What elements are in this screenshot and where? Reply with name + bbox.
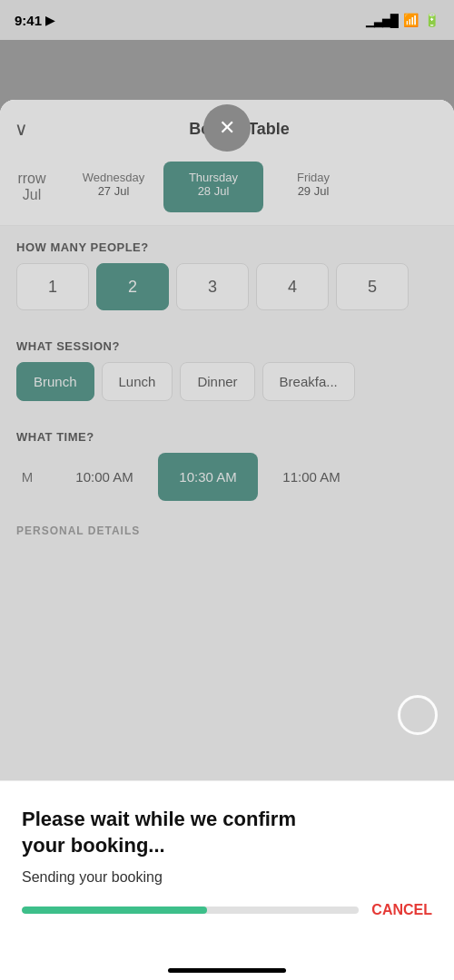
- home-indicator: [168, 968, 286, 973]
- loading-title: Please wait while we confirmyour booking…: [22, 807, 432, 858]
- time-section-label: WHAT TIME?: [0, 416, 454, 453]
- session-btn-brunch[interactable]: Brunch: [16, 362, 94, 401]
- people-btn-5[interactable]: 5: [336, 263, 409, 310]
- time-btn-10am[interactable]: 10:00 AM: [54, 453, 154, 501]
- personal-details-label: PERSONAL DETAILS: [0, 515, 454, 543]
- thu-day-num: 28 Jul: [169, 184, 258, 198]
- session-btn-dinner[interactable]: Dinner: [180, 362, 254, 401]
- signal-icon: ▁▃▅█: [366, 14, 398, 27]
- progress-bar-fill: [22, 906, 207, 914]
- status-time: 9:41 ▶: [15, 13, 54, 28]
- people-section-label: HOW MANY PEOPLE?: [0, 226, 454, 263]
- wifi-icon: 📶: [403, 13, 419, 27]
- date-item-thu[interactable]: Thursday 28 Jul: [163, 162, 263, 212]
- thu-day-name: Thursday: [169, 171, 258, 184]
- status-bar: 9:41 ▶ ▁▃▅█ 📶 🔋: [0, 0, 454, 40]
- battery-icon: 🔋: [424, 13, 439, 27]
- time-selector: M 10:00 AM 10:30 AM 11:00 AM: [0, 453, 454, 515]
- close-button[interactable]: ✕: [203, 104, 251, 152]
- time-btn-partial[interactable]: M: [0, 453, 54, 501]
- partial-day-name: rrow: [5, 171, 58, 187]
- fri-day-num: 29 Jul: [269, 184, 358, 198]
- progress-row: CANCEL: [22, 902, 432, 918]
- loading-panel: Please wait while we confirmyour booking…: [0, 780, 454, 980]
- booking-sheet: ∨ Book a Table rrow Jul Wednesday 27 Jul…: [0, 100, 454, 780]
- date-selector: rrow Jul Wednesday 27 Jul Thursday 28 Ju…: [0, 152, 454, 226]
- people-selector: 1 2 3 4 5: [0, 263, 454, 325]
- partial-day-num: Jul: [5, 187, 58, 203]
- clock: 9:41: [15, 13, 42, 28]
- wed-day-name: Wednesday: [69, 171, 158, 184]
- progress-bar-track: [22, 906, 359, 914]
- fri-day-name: Friday: [269, 171, 358, 184]
- loading-spinner: [398, 695, 438, 735]
- date-item-partial-prev[interactable]: rrow Jul: [0, 162, 64, 212]
- session-btn-lunch[interactable]: Lunch: [102, 362, 173, 401]
- session-section-label: WHAT SESSION?: [0, 325, 454, 362]
- status-icons: ▁▃▅█ 📶 🔋: [366, 13, 439, 27]
- wed-day-num: 27 Jul: [69, 184, 158, 198]
- time-btn-1030am[interactable]: 10:30 AM: [158, 453, 258, 501]
- people-btn-3[interactable]: 3: [176, 263, 249, 310]
- close-icon: ✕: [219, 118, 235, 138]
- people-btn-2[interactable]: 2: [96, 263, 169, 310]
- date-item-wed[interactable]: Wednesday 27 Jul: [64, 162, 163, 212]
- loading-subtitle: Sending your booking: [22, 869, 432, 886]
- cancel-button[interactable]: CANCEL: [371, 902, 432, 918]
- date-item-fri[interactable]: Friday 29 Jul: [263, 162, 363, 212]
- location-icon: ▶: [45, 14, 54, 27]
- session-selector: Brunch Lunch Dinner Breakfa...: [0, 362, 454, 416]
- time-btn-11am[interactable]: 11:00 AM: [262, 453, 361, 501]
- people-btn-4[interactable]: 4: [256, 263, 329, 310]
- session-btn-breakfast[interactable]: Breakfa...: [262, 362, 355, 401]
- chevron-down-icon[interactable]: ∨: [15, 118, 28, 140]
- people-btn-1[interactable]: 1: [16, 263, 89, 310]
